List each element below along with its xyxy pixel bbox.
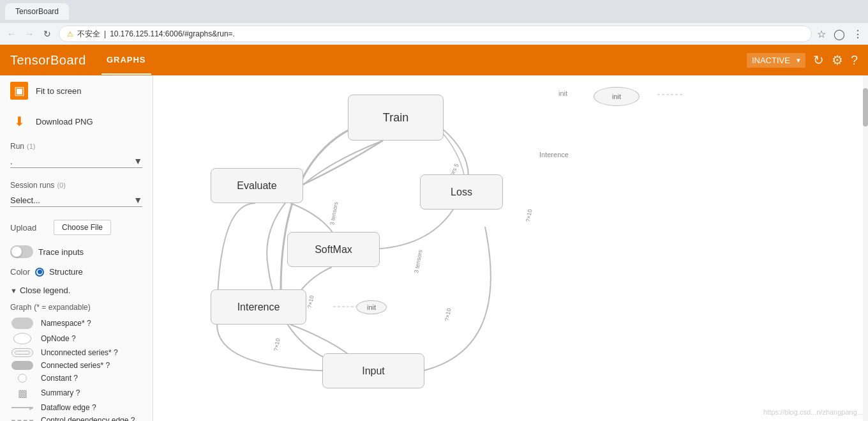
trace-inputs-row: Trace inputs [0, 240, 153, 263]
unconnected-label: Unconnected series* ? [41, 348, 118, 357]
color-label: Color [10, 267, 30, 277]
url-separator: | [104, 29, 106, 38]
opnode-icon [10, 333, 34, 344]
download-png-label: Download PNG [36, 117, 93, 126]
menu-icon[interactable]: ⋮ [853, 28, 863, 40]
legend-control: Control dependency edge ? [10, 414, 142, 421]
session-runs-count: (0) [57, 181, 65, 189]
graph-label: Graph [10, 303, 31, 312]
input-node[interactable]: Input [322, 353, 424, 388]
browser-chrome: TensorBoard ← → ↻ ⚠ 不安全 | 10.176.125.114… [0, 0, 868, 45]
init-main-node[interactable]: init [594, 87, 640, 106]
tensorboard-header: TensorBoard GRAPHS INACTIVE ▼ ↻ ⚙ ? [0, 45, 868, 75]
browser-action-icons: ☆ ◯ ⋮ [817, 28, 863, 40]
interence-node-label: Interence [237, 302, 280, 313]
scrollbar-thumb[interactable] [863, 88, 868, 126]
run-section: Run (1) . ▼ [0, 137, 153, 176]
run-select-wrapper[interactable]: . ▼ [10, 155, 142, 168]
main-layout: ▣ Fit to screen ⬇ Download PNG Run (1) .… [0, 75, 868, 421]
legend-chevron-icon: ▼ [10, 287, 17, 295]
legend-unconnected: Unconnected series* ? [10, 346, 142, 359]
url-security-label: 不安全 [77, 29, 100, 40]
init-above-label: init [558, 89, 567, 97]
constant-icon [10, 374, 34, 383]
fit-to-screen-label: Fit to screen [36, 86, 82, 96]
connected-label: Connected series* ? [41, 361, 110, 370]
refresh-button[interactable]: ↻ [41, 27, 54, 40]
interence-node[interactable]: Interence [211, 289, 306, 325]
train-node-label: Train [383, 111, 408, 125]
help-button[interactable]: ? [851, 53, 858, 68]
init-main-label: init [612, 93, 621, 100]
close-legend-label: Close legend. [20, 286, 71, 295]
run-count: (1) [27, 142, 35, 150]
graph-legend-section: Graph (* = expandable) Namespace* ? OpNo… [0, 300, 153, 421]
dataflow-icon: ► [10, 407, 34, 408]
session-runs-section: Session runs (0) Select... ▼ [0, 176, 153, 215]
dataflow-label: Dataflow edge ? [41, 403, 96, 412]
run-label: Run [10, 142, 24, 151]
legend-namespace: Namespace* ? [10, 316, 142, 331]
browser-nav-bar: ← → ↻ ⚠ 不安全 | 10.176.125.114:6006/#graph… [0, 23, 868, 45]
trace-inputs-toggle[interactable] [10, 245, 33, 258]
upload-row: Upload Choose File [0, 215, 153, 240]
browser-tab-bar: TensorBoard [0, 0, 868, 23]
settings-button[interactable]: ⚙ [832, 52, 843, 68]
star-icon[interactable]: ☆ [817, 28, 826, 40]
loss-node[interactable]: Loss [420, 174, 503, 210]
close-legend-toggle[interactable]: ▼ Close legend. [0, 280, 153, 300]
graphs-nav-item[interactable]: GRAPHS [101, 46, 151, 75]
run-select[interactable]: . [10, 157, 133, 166]
softmax-node-label: SoftMax [315, 244, 352, 256]
session-runs-select-wrapper[interactable]: Select... ▼ [10, 194, 142, 207]
watermark: https://blog.csd...n/zhangpang... [763, 408, 863, 416]
connected-icon [10, 361, 34, 370]
unconnected-icon [10, 348, 34, 357]
legend-opnode: OpNode ? [10, 331, 142, 346]
back-button[interactable]: ← [5, 27, 18, 40]
download-png-action[interactable]: ⬇ Download PNG [0, 106, 153, 137]
run-select-arrow-icon: ▼ [133, 156, 142, 166]
lock-icon: ⚠ [67, 30, 73, 38]
profile-icon[interactable]: ◯ [834, 28, 845, 40]
svg-text:Interence: Interence [539, 151, 569, 158]
session-runs-select[interactable]: Select... [10, 195, 133, 205]
svg-text:?×10: ?×10 [273, 338, 281, 352]
expandable-note: (* = expandable) [34, 303, 90, 312]
graph-edges-svg: 4 tensors 3 tensors DLV. ?×10 ?×10 9 ten… [153, 75, 868, 421]
structure-label: Structure [49, 267, 83, 277]
input-node-label: Input [362, 365, 385, 377]
trace-inputs-label: Trace inputs [38, 247, 84, 257]
scrollbar[interactable] [863, 75, 868, 421]
url-text: 10.176.125.114:6006/#graphs&run=. [110, 29, 235, 38]
active-tab[interactable]: TensorBoard [5, 3, 69, 20]
fit-to-screen-action[interactable]: ▣ Fit to screen [0, 75, 153, 106]
download-icon: ⬇ [10, 112, 28, 130]
control-label: Control dependency edge ? [41, 416, 135, 421]
refresh-tb-button[interactable]: ↻ [813, 52, 824, 68]
softmax-node[interactable]: SoftMax [287, 232, 380, 267]
structure-radio[interactable] [35, 268, 44, 277]
choose-file-button[interactable]: Choose File [54, 220, 111, 235]
init-interence-label: init [367, 303, 376, 311]
loss-node-label: Loss [451, 187, 472, 198]
svg-text:3 tensors: 3 tensors [329, 201, 339, 226]
forward-button[interactable]: → [23, 27, 36, 40]
address-bar[interactable]: ⚠ 不安全 | 10.176.125.114:6006/#graphs&run=… [59, 26, 812, 42]
evaluate-node[interactable]: Evaluate [211, 168, 303, 203]
opnode-label: OpNode ? [41, 334, 76, 343]
inactive-select[interactable]: INACTIVE [747, 53, 805, 68]
tensorboard-logo: TensorBoard [10, 53, 86, 68]
init-interence-node[interactable]: init [356, 300, 387, 314]
legend-constant: Constant ? [10, 372, 142, 385]
legend-connected: Connected series* ? [10, 359, 142, 372]
color-row: Color Structure [0, 263, 153, 280]
constant-label: Constant ? [41, 374, 78, 383]
svg-text:?×10: ?×10 [525, 209, 533, 223]
graph-canvas[interactable]: 4 tensors 3 tensors DLV. ?×10 ?×10 9 ten… [153, 75, 868, 421]
train-node[interactable]: Train [348, 95, 444, 141]
summary-icon: ▩ [10, 387, 34, 399]
legend-dataflow: ► Dataflow edge ? [10, 401, 142, 414]
summary-label: Summary ? [41, 388, 80, 397]
toggle-thumb [11, 247, 22, 257]
